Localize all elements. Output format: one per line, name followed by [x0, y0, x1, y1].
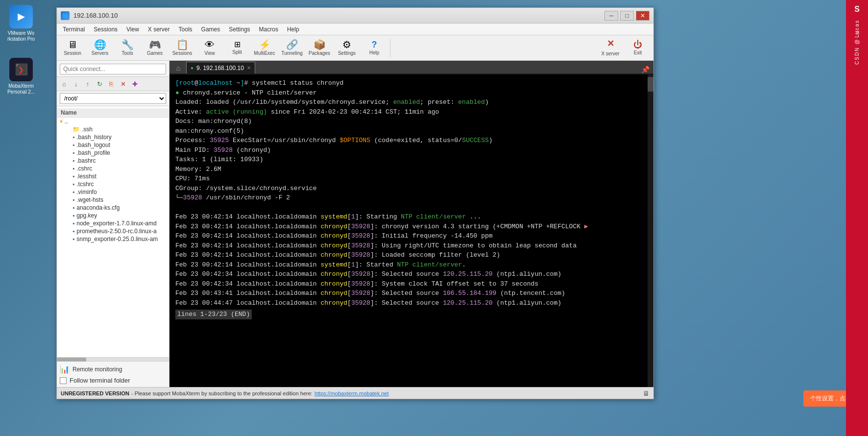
path-select[interactable]: /root/ — [60, 93, 166, 104]
toolbar-settings[interactable]: ⚙ Settings — [334, 37, 360, 59]
log-host: localhost.localdomain — [237, 280, 321, 288]
active-time: since Fri 2024-02-23 00:42:14 CST; 11min… — [267, 108, 439, 116]
tab-home-button[interactable]: ⌂ — [171, 63, 185, 73]
log-host: localhost.localdomain — [237, 213, 321, 220]
mobaterm-label: MobaXterm Personal 2... — [4, 83, 38, 95]
terminal-scrollbar[interactable] — [648, 74, 653, 387]
list-item[interactable]: ▪ .wget-hsts — [57, 196, 169, 204]
file-icon: ▪ — [72, 204, 74, 211]
file-icon: ▪ — [72, 228, 74, 235]
terminal-tab[interactable]: ● 9. 192.168.100.10 ✕ — [186, 62, 255, 73]
list-item[interactable]: ▪ snmp_exporter-0.25.0.linux-am — [57, 235, 169, 243]
menu-help[interactable]: Help — [283, 25, 303, 34]
toolbar-session[interactable]: 🖥 Session — [60, 37, 85, 59]
toolbar-help[interactable]: ? Help — [362, 37, 387, 59]
list-item[interactable]: ▪ node_exporter-1.7.0.linux-amd — [57, 219, 169, 227]
terminal-content[interactable]: [root@localhost ~]# systemctl status chr… — [169, 74, 653, 387]
list-item[interactable]: ▪ .cshrc — [57, 165, 169, 172]
session-icon: 🖥 — [68, 40, 77, 49]
log-host: localhost.localdomain — [237, 270, 321, 278]
log-pid-end: ]: — [370, 232, 382, 240]
vmware-desktop-icon[interactable]: ▶ VMware Wo rkstation Pro — [4, 5, 38, 42]
log-ts: Feb 23 00:42:34 — [175, 280, 237, 288]
minimize-button[interactable]: ─ — [604, 11, 618, 21]
sidebar-btn-download[interactable]: ↓ — [71, 78, 81, 89]
mobaterm-window: M 192.168.100.10 ─ □ ✕ Terminal Sessions… — [56, 7, 654, 399]
log-ip: 120.25.115.20 — [443, 299, 492, 307]
menu-settings[interactable]: Settings — [225, 25, 254, 34]
menu-view[interactable]: View — [122, 25, 143, 34]
terminal-line-active: Active: active (running) since Fri 2024-… — [175, 107, 648, 117]
list-item[interactable]: ▪ .viminfo — [57, 188, 169, 196]
list-item[interactable]: ▪ .bashrc — [57, 157, 169, 165]
tab-right-area: 📌 — [641, 66, 651, 73]
list-item[interactable]: ▪ gpg.key — [57, 212, 169, 219]
monitor-icon: 📊 — [60, 364, 70, 374]
menu-tools[interactable]: Tools — [175, 25, 196, 34]
list-item[interactable]: ▪ .lesshst — [57, 172, 169, 180]
log-msg: Loaded seccomp filter (level 2) — [382, 251, 500, 259]
prompt-host: localhost — [198, 79, 233, 87]
list-item[interactable]: ▪ prometheus-2.50.0-rc.0.linux-a — [57, 227, 169, 235]
toolbar-view[interactable]: 👁 View — [197, 37, 222, 59]
log-msg-end: ... — [466, 213, 481, 220]
menu-sessions[interactable]: Sessions — [90, 25, 121, 34]
log-ts: Feb 23 00:44:47 — [175, 299, 237, 307]
log-pid-bracket: [ — [347, 251, 351, 259]
list-item[interactable]: ▪ anaconda-ks.cfg — [57, 204, 169, 212]
tools-icon: 🔧 — [121, 40, 134, 49]
toolbar-split[interactable]: ⊞ Split — [224, 37, 250, 59]
list-item[interactable]: ▪ .bash_history — [57, 133, 169, 141]
terminal-log-6: Feb 23 00:42:14 localhost.localdomain sy… — [175, 260, 648, 270]
sidebar-btn-new[interactable]: ✚ — [129, 78, 140, 89]
list-item[interactable]: ▪ .bash_profile — [57, 149, 169, 157]
list-item[interactable]: ▪ .tcshrc — [57, 180, 169, 188]
maximize-button[interactable]: □ — [620, 11, 634, 21]
terminal-log-8: Feb 23 00:42:34 localhost.localdomain ch… — [175, 279, 648, 289]
toolbar-tools[interactable]: 🔧 Tools — [115, 37, 140, 59]
toolbar-multiexec[interactable]: ⚡ MultiExec — [252, 37, 277, 59]
quick-connect-input[interactable] — [60, 64, 166, 74]
sidebar-scrollbar[interactable] — [57, 357, 169, 361]
toolbar-tunneling[interactable]: 🔗 Tunneling — [279, 37, 305, 59]
tree-item-label: anaconda-ks.cfg — [76, 204, 120, 211]
list-item[interactable]: ▪ .bash_logout — [57, 141, 169, 149]
status-link[interactable]: https://mobaxterm.mobatek.net — [314, 390, 389, 396]
toolbar-exit[interactable]: ⏻ Exit — [625, 37, 651, 59]
list-item[interactable]: 📁 .ssh — [57, 125, 169, 133]
log-host: localhost.localdomain — [237, 242, 321, 249]
close-button[interactable]: ✕ — [636, 11, 650, 21]
terminal-line-docs2: man:chrony.conf(5) — [175, 126, 648, 136]
log-pid-bracket: [ — [347, 290, 351, 297]
sidebar-btn-upload[interactable]: ↑ — [82, 78, 93, 89]
tree-item-root[interactable]: ▾ .. — [57, 118, 169, 125]
follow-folder-checkbox[interactable] — [60, 377, 67, 384]
file-icon: ▪ — [72, 134, 74, 141]
menu-games[interactable]: Games — [197, 25, 224, 34]
sidebar-btn-delete[interactable]: ✕ — [118, 78, 128, 89]
menu-terminal[interactable]: Terminal — [59, 25, 89, 34]
tree-item-root-label: .. — [65, 118, 68, 125]
sidebar-btn-refresh[interactable]: ↻ — [94, 78, 105, 89]
toolbar-servers[interactable]: 🌐 Servers — [87, 37, 113, 59]
toolbar-games[interactable]: 🎮 Games — [142, 37, 168, 59]
menu-macros[interactable]: Macros — [255, 25, 282, 34]
toolbar-sessions-btn[interactable]: 📋 Sessions — [169, 37, 195, 59]
menu-xserver[interactable]: X server — [144, 25, 174, 34]
title-bar: M 192.168.100.10 ─ □ ✕ — [57, 8, 653, 24]
toolbar-xserver[interactable]: ✕ X server — [598, 37, 623, 59]
log-proc: chronyd — [320, 232, 347, 240]
pin-icon[interactable]: 📌 — [641, 66, 650, 73]
toolbar-packages[interactable]: 📦 Packages — [307, 37, 332, 59]
service-dot: ● — [175, 89, 183, 97]
pid-name: (chronyd) — [233, 146, 271, 154]
sidebar-btn-home[interactable]: ⌂ — [59, 78, 70, 89]
quick-connect-area — [57, 61, 169, 77]
sidebar-btn-copy[interactable]: ⎘ — [106, 78, 117, 89]
tab-bar: ⌂ ● 9. 192.168.100.10 ✕ 📌 — [169, 61, 653, 74]
mobaterm-desktop-icon[interactable]: ⬛❯ MobaXterm Personal 2... — [4, 58, 38, 95]
log-pid: 35928 — [351, 280, 370, 288]
tab-close-button[interactable]: ✕ — [247, 65, 251, 71]
tree-item-label: .bash_profile — [76, 149, 110, 156]
preset-text: ; preset: — [420, 98, 458, 106]
